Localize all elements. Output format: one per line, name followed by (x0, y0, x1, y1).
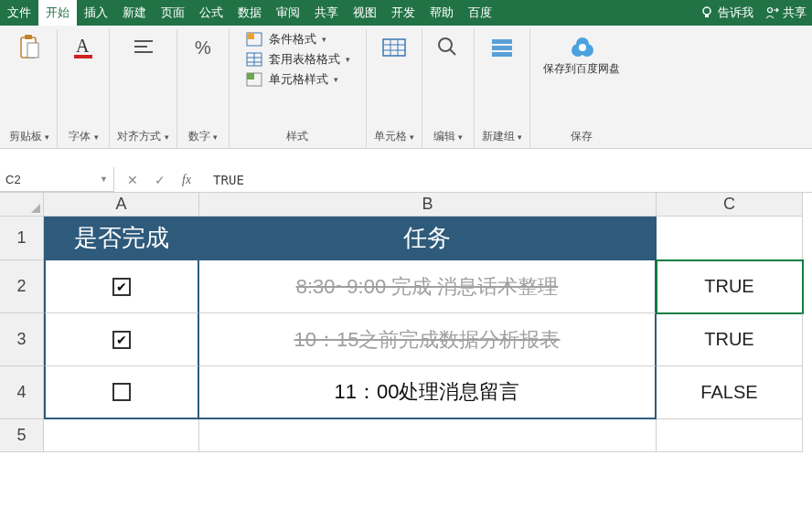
chevron-down-icon[interactable]: ▾ (213, 132, 218, 142)
tab-insert[interactable]: 插入 (77, 0, 115, 26)
svg-rect-17 (492, 46, 512, 50)
formula-input[interactable] (204, 167, 812, 192)
share-button[interactable]: 共享 (759, 0, 812, 26)
tab-review[interactable]: 审阅 (269, 0, 307, 26)
group-styles: 条件格式 ▾ 套用表格格式 ▾ 单元格样式 ▾ 样式 (230, 29, 367, 148)
cell-B5[interactable] (199, 419, 657, 452)
number-format-button[interactable]: % (185, 31, 221, 64)
tab-baidu[interactable]: 百度 (461, 0, 499, 26)
formula-bar: C2▼ ✕ ✓ fx (0, 167, 812, 193)
font-color-icon: A (70, 35, 96, 60)
svg-rect-4 (25, 35, 32, 39)
group-cells: 单元格 ▾ (367, 29, 422, 148)
chevron-down-icon[interactable]: ▾ (518, 132, 522, 142)
svg-point-15 (439, 38, 452, 51)
svg-rect-7 (74, 55, 92, 58)
cancel-formula-icon[interactable]: ✕ (127, 173, 138, 187)
tab-help[interactable]: 帮助 (422, 0, 461, 26)
accept-formula-icon[interactable]: ✓ (155, 173, 166, 187)
table-format-button[interactable]: 套用表格格式 ▾ (245, 51, 350, 68)
cell-B3[interactable]: 10：15之前完成数据分析报表 (199, 313, 657, 366)
cell-style-icon (245, 71, 263, 88)
svg-point-22 (579, 44, 586, 51)
newgroup-button[interactable] (484, 31, 520, 64)
cell-A5[interactable] (44, 419, 199, 452)
cell-A4[interactable] (44, 366, 199, 419)
conditional-format-button[interactable]: 条件格式 ▾ (245, 31, 350, 48)
tab-new[interactable]: 新建 (115, 0, 154, 26)
tellme-button[interactable]: 告诉我 (694, 0, 759, 26)
select-all-triangle[interactable] (0, 193, 44, 217)
tab-dev[interactable]: 开发 (384, 0, 422, 26)
clipboard-icon (16, 35, 42, 60)
cell-C4[interactable]: FALSE (657, 366, 803, 419)
magnifier-icon (435, 35, 461, 60)
tab-data[interactable]: 数据 (230, 0, 269, 26)
chevron-down-icon[interactable]: ▼ (100, 175, 108, 184)
cell-C3[interactable]: TRUE (657, 313, 803, 366)
tab-view[interactable]: 视图 (346, 0, 384, 26)
svg-rect-18 (492, 52, 512, 57)
cells-button[interactable] (376, 31, 412, 64)
save-baidu-button[interactable]: 保存到百度网盘 (538, 31, 625, 79)
tab-share[interactable]: 共享 (307, 0, 346, 26)
row-header-2[interactable]: 2 (0, 260, 44, 313)
row-header-5[interactable]: 5 (0, 419, 44, 452)
table-format-icon (245, 51, 263, 68)
chevron-down-icon[interactable]: ▾ (410, 132, 414, 142)
cells-icon (381, 35, 407, 60)
percent-icon: % (190, 35, 216, 60)
cell-A2[interactable] (44, 260, 199, 313)
cell-B1[interactable]: 任务 (199, 217, 657, 260)
menu-tab-bar: 文件 开始 插入 新建 页面 公式 数据 审阅 共享 视图 开发 帮助 百度 告… (0, 0, 812, 26)
svg-point-2 (768, 8, 773, 13)
chevron-down-icon[interactable]: ▾ (45, 132, 49, 142)
paste-button[interactable] (11, 31, 48, 64)
cell-B2[interactable]: 8:30~9:00 完成 消息话术整理 (199, 260, 657, 313)
chevron-down-icon[interactable]: ▾ (94, 132, 99, 142)
cell-C1[interactable] (657, 217, 803, 260)
checkbox-row3[interactable] (112, 331, 131, 349)
group-editing: 编辑 ▾ (422, 29, 475, 148)
tab-file[interactable]: 文件 (0, 0, 38, 26)
row-header-3[interactable]: 3 (0, 313, 44, 366)
col-header-B[interactable]: B (199, 193, 657, 217)
cell-C2[interactable]: TRUE (657, 260, 803, 313)
svg-rect-10 (247, 33, 254, 39)
svg-rect-14 (383, 39, 405, 56)
conditional-format-icon (245, 31, 263, 48)
chevron-down-icon[interactable]: ▾ (458, 132, 463, 142)
group-number: % 数字 ▾ (177, 29, 230, 148)
alignment-button[interactable] (125, 31, 162, 64)
lightbulb-icon (700, 5, 714, 20)
cell-A1[interactable]: 是否完成 (44, 217, 199, 260)
row-header-1[interactable]: 1 (0, 217, 44, 260)
col-header-A[interactable]: A (44, 193, 199, 217)
col-header-C[interactable]: C (657, 193, 803, 217)
chevron-down-icon[interactable]: ▾ (165, 132, 169, 142)
rows-icon (489, 35, 515, 60)
svg-rect-16 (492, 39, 512, 44)
svg-point-0 (703, 7, 710, 15)
cell-A3[interactable] (44, 313, 199, 366)
group-alignment: 对齐方式 ▾ (110, 29, 176, 148)
font-color-button[interactable]: A (65, 31, 102, 64)
baidu-cloud-icon (569, 35, 594, 60)
fx-icon[interactable]: fx (182, 173, 191, 187)
cell-style-button[interactable]: 单元格样式 ▾ (245, 71, 350, 88)
group-clipboard: 剪贴板 ▾ (2, 29, 58, 148)
svg-rect-13 (247, 73, 254, 79)
row-header-4[interactable]: 4 (0, 366, 44, 419)
find-button[interactable] (430, 31, 466, 64)
tab-home[interactable]: 开始 (38, 0, 77, 26)
group-font: A 字体 ▾ (58, 29, 110, 148)
cell-C5[interactable] (657, 419, 803, 452)
name-box[interactable]: C2▼ (0, 167, 114, 192)
cell-B4[interactable]: 11：00处理消息留言 (199, 366, 657, 419)
checkbox-row4[interactable] (112, 383, 131, 401)
ribbon: 剪贴板 ▾ A 字体 ▾ 对齐方式 ▾ % (0, 26, 812, 149)
svg-text:A: A (76, 36, 90, 56)
checkbox-row2[interactable] (112, 278, 131, 296)
tab-formula[interactable]: 公式 (192, 0, 230, 26)
tab-page[interactable]: 页面 (154, 0, 192, 26)
